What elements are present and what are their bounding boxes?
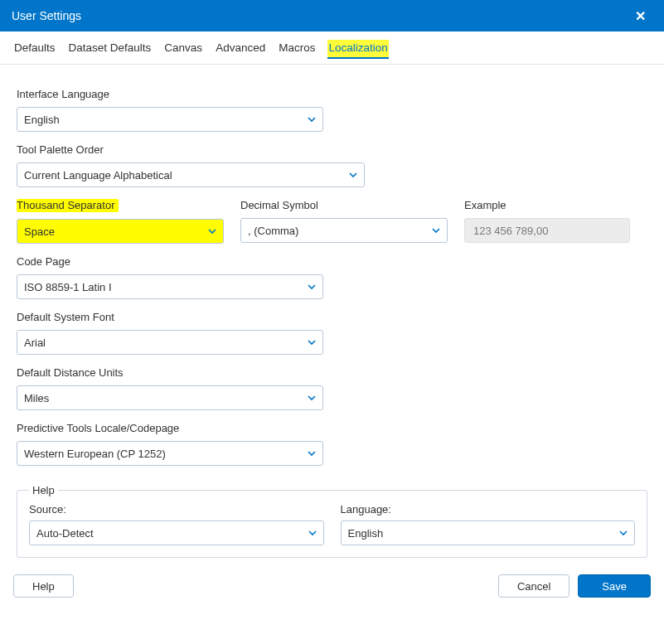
select-code-page[interactable]: ISO 8859-1 Latin I: [17, 274, 323, 299]
select-value: Space: [24, 225, 55, 238]
chevron-down-icon: [207, 226, 217, 236]
cancel-button[interactable]: Cancel: [498, 574, 569, 598]
chevron-down-icon: [431, 225, 441, 235]
window-title: User Settings: [12, 9, 81, 22]
select-help-language[interactable]: English: [341, 521, 636, 545]
chevron-down-icon: [307, 337, 317, 347]
label-help-language: Language:: [341, 503, 636, 516]
label-default-system-font: Default System Font: [17, 311, 647, 323]
label-predictive-locale: Predictive Tools Locale/Codepage: [17, 422, 647, 434]
chevron-down-icon: [307, 393, 317, 403]
tab-advanced[interactable]: Advanced: [215, 40, 266, 59]
titlebar: User Settings ✕: [0, 0, 664, 31]
save-button[interactable]: Save: [578, 574, 651, 598]
chevron-down-icon: [307, 282, 317, 292]
label-default-distance-units: Default Distance Units: [17, 366, 647, 379]
tab-defaults[interactable]: Defaults: [13, 40, 56, 59]
label-example: Example: [464, 199, 630, 211]
help-button[interactable]: Help: [13, 574, 74, 598]
tab-bar: Defaults Dataset Defaults Canvas Advance…: [0, 31, 664, 65]
select-default-distance-units[interactable]: Miles: [17, 385, 323, 410]
select-value: , (Comma): [248, 225, 298, 237]
close-icon[interactable]: ✕: [628, 5, 652, 27]
chevron-down-icon: [307, 448, 317, 458]
help-legend: Help: [29, 484, 58, 496]
select-value: Arial: [24, 337, 46, 349]
chevron-down-icon: [307, 114, 317, 124]
label-tool-palette-order: Tool Palette Order: [17, 143, 647, 156]
label-code-page: Code Page: [17, 255, 647, 268]
select-value: English: [348, 527, 384, 540]
select-help-source[interactable]: Auto-Detect: [29, 521, 324, 545]
select-value: Miles: [24, 392, 49, 404]
select-interface-language[interactable]: English: [17, 107, 323, 132]
example-output: 123 456 789,00: [464, 218, 630, 243]
tab-dataset-defaults[interactable]: Dataset Defaults: [68, 40, 153, 59]
select-thousand-separator[interactable]: Space: [17, 219, 224, 244]
footer: Help Cancel Save: [0, 564, 664, 609]
select-predictive-locale[interactable]: Western European (CP 1252): [17, 441, 323, 466]
select-decimal-symbol[interactable]: , (Comma): [240, 218, 448, 243]
select-value: ISO 8859-1 Latin I: [24, 281, 112, 293]
select-default-system-font[interactable]: Arial: [17, 330, 323, 355]
help-fieldset: Help Source: Auto-Detect Language: Engli…: [17, 484, 647, 558]
tab-canvas[interactable]: Canvas: [163, 40, 203, 59]
label-decimal-symbol: Decimal Symbol: [240, 199, 448, 211]
chevron-down-icon: [618, 528, 628, 538]
select-value: Current Language Alphabetical: [24, 169, 172, 182]
select-tool-palette-order[interactable]: Current Language Alphabetical: [17, 162, 365, 187]
chevron-down-icon: [308, 528, 317, 538]
label-help-source: Source:: [29, 503, 324, 516]
content-panel: Interface Language English Tool Palette …: [0, 65, 664, 564]
select-value: English: [24, 114, 60, 126]
select-value: Auto-Detect: [36, 527, 94, 540]
label-thousand-separator: Thousand Separator: [17, 199, 224, 212]
select-value: Western European (CP 1252): [24, 448, 166, 460]
tab-localization[interactable]: Localization: [327, 40, 388, 59]
chevron-down-icon: [348, 170, 358, 180]
tab-macros[interactable]: Macros: [278, 40, 316, 59]
label-interface-language: Interface Language: [17, 88, 647, 100]
